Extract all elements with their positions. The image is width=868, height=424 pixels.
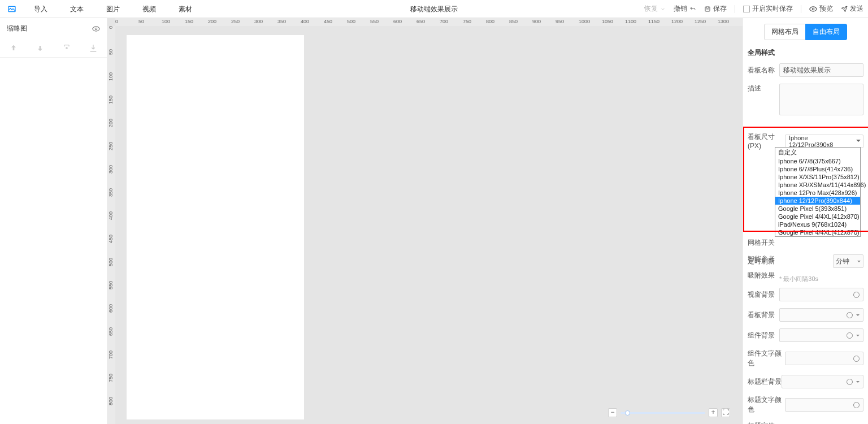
size-option[interactable]: Google Pixel 5(393x851) xyxy=(775,205,860,213)
download-icon[interactable] xyxy=(89,44,98,53)
comp-bg-label: 组件背景 xyxy=(748,331,779,340)
menu-text[interactable]: 文本 xyxy=(59,0,95,18)
chevron-down-icon xyxy=(660,6,666,12)
menu-import[interactable]: 导入 xyxy=(23,0,59,18)
menu-material[interactable]: 素材 xyxy=(167,0,203,18)
title-text-label: 标题文字颜色 xyxy=(748,395,785,414)
save-button[interactable]: 保存 xyxy=(704,4,727,14)
snap-label: 吸附效果 xyxy=(748,271,779,280)
eye-icon xyxy=(809,5,817,13)
svg-point-2 xyxy=(812,8,814,10)
zoom-out-button[interactable]: − xyxy=(608,408,617,417)
size-option[interactable]: 自定义 xyxy=(775,148,860,157)
canvas-area: 0501001502002503003504004505005506006507… xyxy=(107,18,743,424)
restore-button[interactable]: 恢复 xyxy=(644,4,666,14)
size-dropdown: 自定义Iphone 6/7/8(375x667)Iphone 6/7/8Plus… xyxy=(775,147,861,237)
svg-point-3 xyxy=(95,28,97,30)
title-text-swatch[interactable] xyxy=(785,398,863,412)
size-option[interactable]: Iphone 6/7/8(375x667) xyxy=(775,157,860,165)
board-name-label: 看板名称 xyxy=(748,66,779,75)
zoom-control: − + ⛶ xyxy=(608,408,730,417)
chevron-down-icon xyxy=(857,261,861,264)
undo-button[interactable]: 撤销 xyxy=(674,4,696,14)
size-option[interactable]: Iphone XR/XSMax/11(414x896) xyxy=(775,181,860,189)
realtime-save-toggle[interactable]: 开启实时保存 xyxy=(743,4,793,14)
view-bg-label: 视窗背景 xyxy=(748,290,779,300)
chevron-down-icon xyxy=(856,381,860,384)
thumbnail-title: 缩略图 xyxy=(7,24,92,33)
timer-unit-select[interactable]: 分钟 xyxy=(833,254,863,268)
grid-switch-label: 网格开关 xyxy=(748,238,779,248)
board-name-input[interactable] xyxy=(779,63,863,77)
move-up-icon[interactable] xyxy=(9,44,18,53)
design-canvas[interactable] xyxy=(127,35,304,419)
size-option[interactable]: Iphone 12Pro Max(428x926) xyxy=(775,189,860,197)
free-layout-button[interactable]: 自由布局 xyxy=(805,24,847,40)
timer-label: 定时刷新 xyxy=(748,257,779,266)
board-bg-label: 看板背景 xyxy=(748,310,779,320)
size-option[interactable]: Iphone 6/7/8Plus(414x736) xyxy=(775,165,860,173)
size-option[interactable]: Google Pixel 4/4XL(412x870) xyxy=(775,228,860,236)
title-bar-bg-label: 标题栏背景 xyxy=(748,377,782,387)
global-style-heading: 全局样式 xyxy=(748,48,863,58)
grid-layout-button[interactable]: 网格布局 xyxy=(764,24,806,40)
chevron-down-icon xyxy=(856,314,860,318)
copy-icon[interactable] xyxy=(62,44,71,53)
title-font-label: 标题字体大... xyxy=(748,421,785,424)
visibility-icon[interactable] xyxy=(92,25,100,33)
logo-icon xyxy=(7,4,17,14)
zoom-slider[interactable] xyxy=(620,412,705,414)
checkbox-icon xyxy=(743,6,750,12)
size-select[interactable]: Iphone 12/12Pro(390x8 xyxy=(785,135,863,148)
comp-bg-swatch[interactable] xyxy=(779,328,863,342)
send-icon xyxy=(841,6,848,12)
menu-video[interactable]: 视频 xyxy=(131,0,167,18)
ruler-vertical: 0501001502002503003504004505005506006507… xyxy=(107,26,115,424)
size-option[interactable]: iPad/Nexus 9(768x1024) xyxy=(775,220,860,228)
main-menu: 导入 文本 图片 视频 素材 xyxy=(23,0,203,18)
timer-hint: * 最小间隔30s xyxy=(779,275,863,283)
size-option[interactable]: Iphone 12/12Pro(390x844) xyxy=(775,197,860,205)
view-bg-swatch[interactable] xyxy=(779,288,863,301)
size-option[interactable]: Iphone X/XS/11Pro(375x812) xyxy=(775,173,860,181)
board-bg-swatch[interactable] xyxy=(779,308,863,322)
preview-button[interactable]: 预览 xyxy=(809,4,833,14)
desc-label: 描述 xyxy=(748,84,779,93)
title-bar-bg-swatch[interactable] xyxy=(782,375,863,388)
menu-image[interactable]: 图片 xyxy=(95,0,131,18)
zoom-in-button[interactable]: + xyxy=(709,408,718,417)
page-title: 移动端效果展示 xyxy=(410,0,458,18)
comp-text-label: 组件文字颜色 xyxy=(748,349,785,368)
left-panel: 缩略图 xyxy=(0,18,107,424)
chevron-down-icon xyxy=(856,335,860,338)
save-icon xyxy=(704,6,711,12)
ruler-horizontal: 0501001502002503003504004505005506006507… xyxy=(115,18,743,26)
size-option[interactable]: Google Pixel 4/4XL(412x870) xyxy=(775,213,860,220)
properties-panel: 网格布局 自由布局 全局样式 看板名称 描述 看板尺寸(PX) Iphone 1… xyxy=(743,18,868,424)
undo-icon xyxy=(689,6,696,12)
comp-text-swatch[interactable] xyxy=(785,352,863,365)
desc-input[interactable] xyxy=(779,84,863,115)
svg-rect-1 xyxy=(705,7,710,11)
move-down-icon[interactable] xyxy=(36,44,45,53)
zoom-fit-button[interactable]: ⛶ xyxy=(721,408,730,417)
send-button[interactable]: 发送 xyxy=(841,4,863,14)
chevron-down-icon xyxy=(856,140,861,144)
